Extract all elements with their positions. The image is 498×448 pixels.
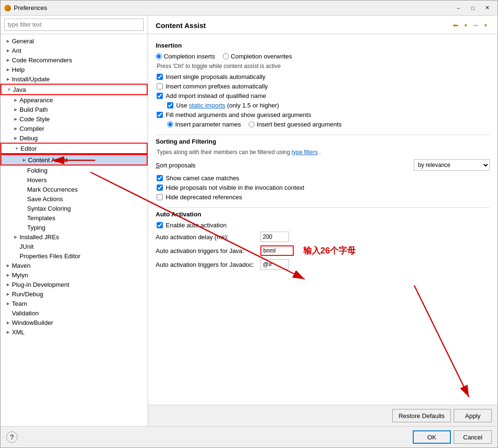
tree-item-code-recommenders[interactable]: Code Recommenders [0,55,148,65]
tree-item-team[interactable]: Team [0,299,148,308]
tree-item-folding[interactable]: Folding [0,166,148,175]
nav-back-button[interactable]: ⬅ [451,20,460,30]
delay-label: Auto activation delay (ms): [156,234,260,241]
triggers-javadoc-input[interactable] [260,259,289,270]
sort-select[interactable]: by relevance alphabetically [414,159,490,171]
cancel-button[interactable]: Cancel [454,430,492,444]
main-content: General Ant Code Recommenders Help [0,16,498,426]
radio-param-names[interactable] [167,121,173,127]
app-icon [4,5,11,11]
expand-arrow-plugin-dev [4,281,12,288]
tree-item-syntax-coloring[interactable]: Syntax Coloring [0,204,148,213]
sorting-section: Sorting and Filtering Types along with t… [156,138,490,201]
tree-item-content-assist[interactable]: Content Assist [0,154,148,166]
tree-item-maven[interactable]: Maven [0,261,148,270]
tree-item-appearance[interactable]: Appearance [0,95,148,105]
tree-item-mylyn[interactable]: Mylyn [0,270,148,280]
tree-item-typing[interactable]: Typing [0,223,148,232]
tree-item-ant[interactable]: Ant [0,46,148,55]
auto-activation-title: Auto Activation [156,211,490,218]
tree-item-validation[interactable]: Validation [0,308,148,318]
sort-proposals-underline: S [156,162,160,169]
label-maven: Maven [12,262,30,269]
tree-item-code-style[interactable]: Code Style [0,114,148,124]
tree-item-help[interactable]: Help [0,65,148,74]
use-static-checkbox[interactable] [167,102,173,108]
tree-item-windowbuilder[interactable]: WindowBuilder [0,318,148,327]
ok-button[interactable]: OK [413,430,451,444]
tree-item-templates[interactable]: Templates [0,213,148,223]
add-import-checkbox[interactable] [157,93,163,99]
right-header: Content Assist ⬅ ▼ ➡ ▼ [148,16,498,34]
add-import-row: Add import instead of qualified name [156,92,490,99]
apply-button[interactable]: Apply [454,409,492,422]
expand-arrow-syntax-coloring [20,205,27,212]
insert-common-checkbox[interactable] [157,83,163,89]
nav-dropdown-forward[interactable]: ▼ [481,20,490,30]
expand-arrow-mylyn [4,271,12,279]
radio-best-guess-label[interactable]: Insert best guessed arguments [249,121,342,128]
restore-defaults-button[interactable]: Restore Defaults [392,409,451,422]
tree-item-install-update[interactable]: Install/Update [0,74,148,84]
delay-input[interactable] [260,232,289,242]
right-body: Insertion Completion inserts Completion … [148,34,498,405]
help-button[interactable]: ? [6,431,18,443]
nav-dropdown-back[interactable]: ▼ [461,20,470,30]
tree-item-general[interactable]: General [0,36,148,46]
tree-item-plugin-dev[interactable]: Plug-in Development [0,280,148,289]
fill-method-checkbox[interactable] [157,112,163,118]
enable-auto-checkbox[interactable] [157,222,163,228]
expand-arrow-code-recommenders [4,56,12,64]
radio-overwrites-label[interactable]: Completion overwrites [223,53,292,60]
hide-not-visible-checkbox[interactable] [157,185,163,191]
tree-item-properties-files-editor[interactable]: Properties Files Editor [0,251,148,261]
hide-deprecated-label[interactable]: Hide deprecated references [166,194,242,201]
sort-proposals-text: ort proposals [160,162,196,169]
insert-common-row: Insert common prefixes automatically [156,83,490,90]
tree-item-save-actions[interactable]: Save Actions [0,194,148,204]
add-import-label[interactable]: Add import instead of qualified name [166,92,266,99]
radio-inserts-label[interactable]: Completion inserts [156,53,215,60]
tree-item-mark-occurrences[interactable]: Mark Occurrences [0,185,148,194]
tree-item-junit[interactable]: JUnit [0,242,148,251]
radio-param-names-label[interactable]: Insert parameter names [167,121,241,128]
left-panel: General Ant Code Recommenders Help [0,16,148,426]
triggers-java-input[interactable] [260,245,294,256]
label-mark-occurrences: Mark Occurrences [27,186,78,193]
show-camel-checkbox[interactable] [157,175,163,181]
static-imports-link[interactable]: static imports [189,102,226,109]
annotation-chinese: 输入26个字母 [303,245,356,256]
label-syntax-coloring: Syntax Coloring [27,205,71,212]
hide-not-visible-label[interactable]: Hide proposals not visible in the invoca… [166,184,304,191]
type-filters-text: Types along with their members can be fi… [156,149,490,156]
show-camel-label[interactable]: Show camel case matches [166,175,239,182]
insert-single-checkbox[interactable] [157,74,163,80]
tree-item-editor[interactable]: Editor [0,143,148,154]
type-filters-link[interactable]: type filters [292,149,318,156]
insert-single-label[interactable]: Insert single proposals automatically [166,73,266,80]
tree-item-hovers[interactable]: Hovers [0,175,148,185]
fill-method-label[interactable]: Fill method arguments and show guessed a… [166,111,311,118]
filter-input[interactable] [4,19,144,31]
tree-item-run-debug[interactable]: Run/Debug [0,289,148,299]
tree-item-java[interactable]: Java [0,84,148,95]
tree-item-debug[interactable]: Debug [0,133,148,143]
radio-overwrites[interactable] [223,53,229,59]
use-static-row: Use static imports (only 1.5 or higher) [156,102,490,109]
param-names-row: Insert parameter names Insert best guess… [156,121,490,128]
maximize-button[interactable]: □ [466,3,479,13]
close-button[interactable]: ✕ [480,3,494,13]
radio-best-guess[interactable] [249,121,255,127]
label-windowbuilder: WindowBuilder [12,319,53,326]
tree-item-compiler[interactable]: Compiler [0,124,148,133]
tree-item-build-path[interactable]: Build Path [0,105,148,114]
radio-param-names-text: Insert parameter names [175,121,241,128]
radio-inserts[interactable] [156,53,162,59]
hide-deprecated-checkbox[interactable] [157,194,163,200]
minimize-button[interactable]: − [452,3,465,13]
enable-auto-label[interactable]: Enable auto activation [166,222,227,229]
nav-forward-button[interactable]: ➡ [471,20,480,30]
insert-common-label[interactable]: Insert common prefixes automatically [166,83,268,90]
tree-item-xml[interactable]: XML [0,327,148,337]
tree-item-installed-jres[interactable]: Installed JREs [0,232,148,242]
